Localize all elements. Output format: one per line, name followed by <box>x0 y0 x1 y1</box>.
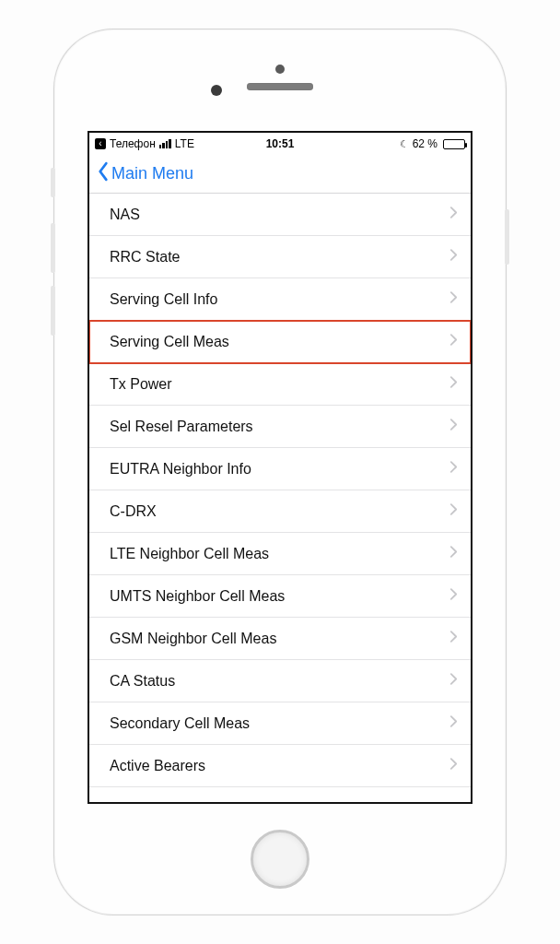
back-to-app-icon[interactable]: ‹ <box>95 138 106 149</box>
menu-row-label: GSM Neighbor Cell Meas <box>110 631 276 647</box>
back-label: Main Menu <box>111 164 193 183</box>
status-bar: ‹ Телефон LTE 10:51 ☾ 62 % <box>89 133 471 155</box>
menu-row[interactable]: Active Bearers <box>89 745 471 787</box>
chevron-right-icon <box>449 672 458 690</box>
menu-row[interactable]: RRC State <box>89 236 471 278</box>
phone-frame: ‹ Телефон LTE 10:51 ☾ 62 % Main Menu <box>54 30 506 914</box>
menu-list[interactable]: NASRRC StateServing Cell InfoServing Cel… <box>89 194 471 802</box>
volume-down-button <box>51 286 55 336</box>
screen: ‹ Телефон LTE 10:51 ☾ 62 % Main Menu <box>88 131 472 804</box>
back-button[interactable]: Main Menu <box>97 161 193 186</box>
home-button[interactable] <box>251 830 309 889</box>
chevron-right-icon <box>449 290 458 308</box>
menu-row-label: Secondary Cell Meas <box>110 715 250 732</box>
clock: 10:51 <box>266 137 295 150</box>
menu-row[interactable]: LTE Neighbor Cell Meas <box>89 533 471 575</box>
menu-row-label: Serving Cell Info <box>110 291 217 308</box>
chevron-right-icon <box>449 248 458 266</box>
menu-row[interactable]: C-DRX <box>89 490 471 533</box>
menu-row-label: LTE Neighbor Cell Meas <box>110 546 269 562</box>
chevron-left-icon <box>97 161 110 186</box>
menu-row[interactable]: Sel Resel Parameters <box>89 406 471 448</box>
battery-icon <box>443 139 465 149</box>
menu-row-label: EUTRA Neighbor Info <box>110 461 251 478</box>
chevron-right-icon <box>449 545 458 562</box>
chevron-right-icon <box>449 418 458 435</box>
menu-row-label: Sel Resel Parameters <box>110 419 253 435</box>
chevron-right-icon <box>449 502 458 520</box>
menu-row[interactable]: EUTRA Neighbor Info <box>89 448 471 490</box>
menu-row[interactable]: Serving Cell Meas <box>89 321 471 363</box>
chevron-right-icon <box>449 587 458 605</box>
menu-row[interactable]: Tx Power <box>89 363 471 406</box>
menu-row-label: Serving Cell Meas <box>110 334 229 350</box>
menu-row-label: UMTS Neighbor Cell Meas <box>110 588 285 605</box>
back-to-app-label[interactable]: Телефон <box>110 137 156 150</box>
battery-percent: 62 % <box>413 137 438 150</box>
menu-row-label: RRC State <box>110 249 180 266</box>
signal-icon <box>159 139 171 148</box>
menu-row-label: Active Bearers <box>110 758 205 774</box>
menu-row[interactable]: GSM Neighbor Cell Meas <box>89 618 471 660</box>
menu-row-label: CA Status <box>110 673 175 690</box>
chevron-right-icon <box>449 714 458 732</box>
chevron-right-icon <box>449 375 458 393</box>
front-camera <box>275 65 285 74</box>
menu-row[interactable]: UMTS Neighbor Cell Meas <box>89 575 471 618</box>
menu-row[interactable]: NAS <box>89 194 471 236</box>
menu-row-label: NAS <box>110 206 140 223</box>
chevron-right-icon <box>449 206 458 223</box>
menu-row[interactable]: CA Status <box>89 660 471 702</box>
chevron-right-icon <box>449 333 458 350</box>
chevron-right-icon <box>449 757 458 774</box>
menu-row-label: C-DRX <box>110 503 157 520</box>
network-label: LTE <box>175 137 194 150</box>
power-button <box>505 209 509 265</box>
do-not-disturb-icon: ☾ <box>400 138 409 150</box>
earpiece-speaker <box>247 83 313 90</box>
mute-switch <box>51 168 55 197</box>
volume-up-button <box>51 223 55 273</box>
proximity-sensor <box>211 85 222 96</box>
chevron-right-icon <box>449 460 458 478</box>
nav-header: Main Menu <box>89 155 471 194</box>
menu-row-label: Tx Power <box>110 376 172 393</box>
menu-row[interactable]: Serving Cell Info <box>89 278 471 321</box>
menu-row[interactable]: Secondary Cell Meas <box>89 702 471 745</box>
chevron-right-icon <box>449 630 458 647</box>
